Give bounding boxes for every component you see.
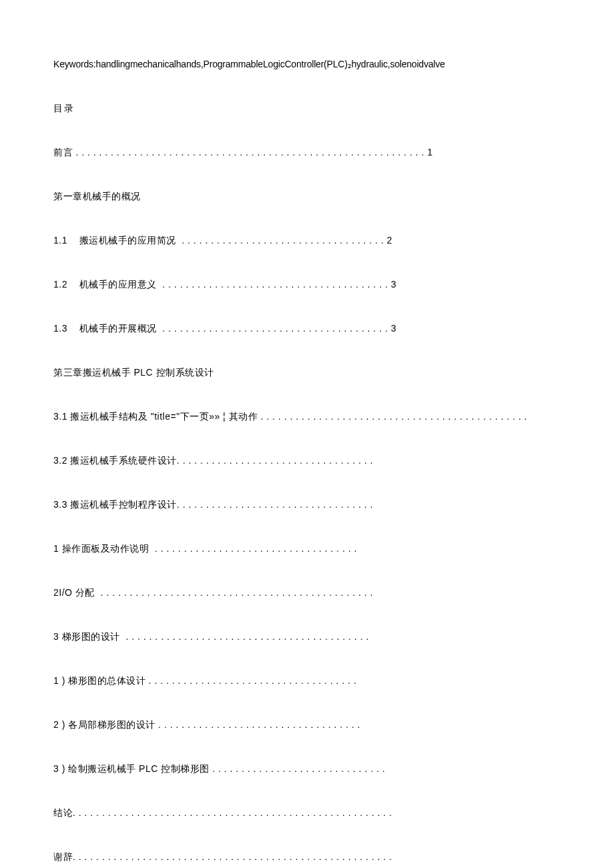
toc-entry: 3 ) 绘制搬运机械手 PLC 控制梯形图 . . . . . . . . . …: [53, 763, 561, 775]
toc-entry: 2I/O 分配 . . . . . . . . . . . . . . . . …: [53, 587, 561, 599]
toc-entry: 前言 . . . . . . . . . . . . . . . . . . .…: [53, 147, 561, 159]
toc-entry: 1.3 机械手的开展概况 . . . . . . . . . . . . . .…: [53, 323, 561, 335]
toc-entry: 结论. . . . . . . . . . . . . . . . . . . …: [53, 807, 561, 819]
toc-title: 目录: [53, 103, 561, 115]
toc-entry: 3.3 搬运机械手控制程序设计. . . . . . . . . . . . .…: [53, 499, 561, 511]
toc-entry: 3.2 搬运机械手系统硬件设计. . . . . . . . . . . . .…: [53, 455, 561, 467]
keywords-line: Keywords:handlingmechanicalhands,Program…: [53, 59, 561, 69]
toc-entry: 1 操作面板及动作说明 . . . . . . . . . . . . . . …: [53, 543, 561, 555]
document-page: Keywords:handlingmechanicalhands,Program…: [0, 0, 614, 868]
toc-entry: 谢辞. . . . . . . . . . . . . . . . . . . …: [53, 851, 561, 863]
toc-entry: 1 ) 梯形图的总体设计 . . . . . . . . . . . . . .…: [53, 675, 561, 687]
toc-entry: 1.2 机械手的应用意义 . . . . . . . . . . . . . .…: [53, 279, 561, 291]
toc-entry: 3 梯形图的设计 . . . . . . . . . . . . . . . .…: [53, 631, 561, 643]
toc-entry: 1.1 搬运机械手的应用简况 . . . . . . . . . . . . .…: [53, 235, 561, 247]
toc-chapter-heading: 第一章机械手的概况: [53, 191, 561, 203]
toc-entry: 2 ) 各局部梯形图的设计 . . . . . . . . . . . . . …: [53, 719, 561, 731]
toc-chapter-heading: 第三章搬运机械手 PLC 控制系统设计: [53, 367, 561, 379]
toc-entry: 3.1 搬运机械手结构及 "title="下一页»» ¦ 其动作 . . . .…: [53, 411, 561, 423]
